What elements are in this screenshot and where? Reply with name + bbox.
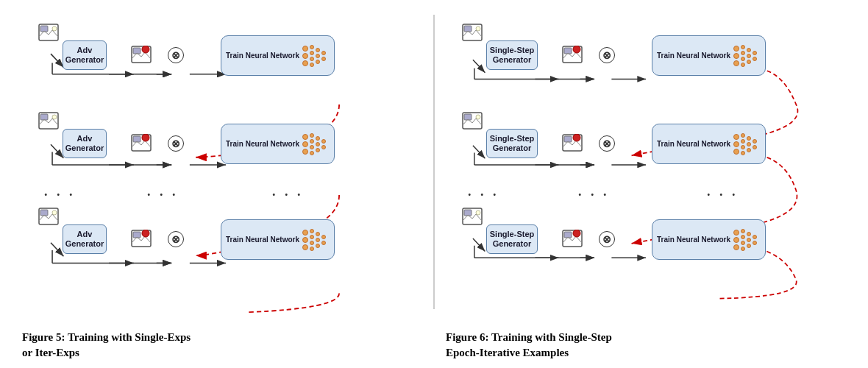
svg-line-12 — [51, 243, 63, 256]
svg-line-6 — [51, 144, 63, 158]
svg-line-46 — [473, 146, 485, 158]
fig6-row2-mult: ⊗ — [599, 135, 615, 152]
figure6-diagram: Single-StepGenerator ⊗ Train Neural Netw… — [446, 7, 846, 322]
figure5-diagram: AdvGenerator ⊗ Train Neural Network — [22, 7, 422, 322]
fig5-row3-mult: ⊗ — [168, 231, 184, 247]
fig5-row1-input-img — [38, 24, 59, 44]
fig6-row2-adv-img — [562, 134, 583, 155]
svg-point-75 — [573, 230, 580, 237]
fig6-row1-mult: ⊗ — [599, 47, 615, 63]
svg-line-0 — [51, 54, 63, 67]
fig5-dots1: . . . — [44, 184, 76, 199]
fig6-row2-train: Train Neural Network — [652, 124, 766, 164]
figure6-caption: Figure 6: Training with Single-Step Epoc… — [446, 322, 846, 361]
fig5-row3-train: Train Neural Network — [221, 219, 335, 260]
fig5-row1-generator: AdvGenerator — [63, 40, 107, 70]
figure6-panel: Single-StepGenerator ⊗ Train Neural Netw… — [438, 7, 853, 361]
figure5-panel: AdvGenerator ⊗ Train Neural Network — [15, 7, 430, 361]
svg-point-25 — [142, 46, 149, 53]
fig5-row2-train: Train Neural Network — [221, 124, 335, 164]
svg-line-40 — [473, 60, 485, 72]
svg-point-31 — [142, 134, 149, 141]
fig5-row2-mult: ⊗ — [168, 135, 184, 152]
fig5-row3-input-img — [38, 208, 59, 228]
svg-point-66 — [476, 115, 480, 119]
fig6-row3-adv-img — [562, 230, 583, 250]
fig6-row1-train: Train Neural Network — [652, 35, 766, 76]
figure5-caption: Figure 5: Training with Single-Exps or I… — [22, 322, 422, 361]
fig6-row1-input-img — [462, 24, 483, 44]
svg-point-28 — [52, 115, 57, 119]
fig5-row2-adv-img — [131, 134, 152, 155]
fig5-row1-mult: ⊗ — [168, 47, 184, 63]
svg-line-52 — [473, 238, 485, 251]
svg-point-22 — [52, 26, 57, 31]
fig6-row1-generator: Single-StepGenerator — [486, 40, 538, 70]
panel-divider — [433, 15, 435, 309]
fig5-row1-train: Train Neural Network — [221, 35, 335, 76]
fig5-row2-input-img — [38, 112, 59, 132]
svg-point-34 — [52, 210, 57, 215]
fig6-dots3: . . . — [707, 184, 739, 199]
fig6-row3-input-img — [462, 208, 483, 228]
fig6-dots2: . . . — [578, 184, 610, 199]
fig5-row2-generator: AdvGenerator — [63, 129, 107, 158]
svg-point-37 — [142, 230, 149, 237]
fig5-row3-adv-img — [131, 230, 152, 250]
svg-point-60 — [476, 26, 480, 31]
fig6-row3-mult: ⊗ — [599, 231, 615, 247]
fig6-row2-generator: Single-StepGenerator — [486, 129, 538, 158]
fig6-row3-train: Train Neural Network — [652, 219, 766, 260]
fig5-row1-adv-img — [131, 46, 152, 66]
svg-point-69 — [573, 134, 580, 141]
fig6-row1-adv-img — [562, 46, 583, 66]
fig5-dots3: . . . — [272, 184, 304, 199]
fig6-row3-generator: Single-StepGenerator — [486, 224, 538, 254]
main-container: AdvGenerator ⊗ Train Neural Network — [0, 0, 868, 368]
svg-point-72 — [476, 210, 480, 215]
fig6-row2-input-img — [462, 112, 483, 132]
fig5-row3-generator: AdvGenerator — [63, 224, 107, 254]
svg-point-63 — [573, 46, 580, 53]
fig6-dots1: . . . — [468, 184, 499, 199]
fig5-dots2: . . . — [147, 184, 179, 199]
